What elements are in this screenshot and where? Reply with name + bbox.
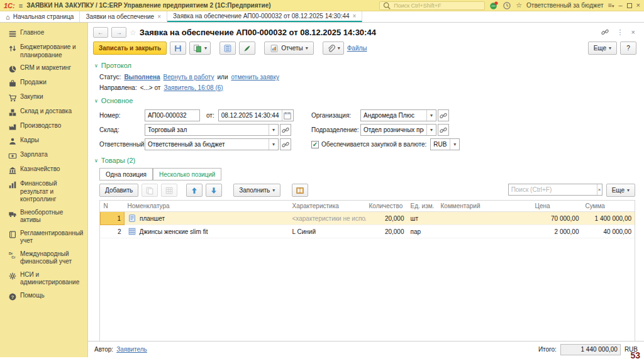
chevron-down-icon[interactable]: ▾ <box>426 110 436 121</box>
move-up-button[interactable] <box>186 184 203 197</box>
row-number[interactable]: 1 <box>101 212 125 225</box>
sidebar-item-treasury[interactable]: Казначейство <box>0 163 87 177</box>
section-protocol[interactable]: ∨Протокол <box>94 62 635 69</box>
item-price[interactable]: 2 000,00 <box>532 225 582 238</box>
col-characteristic[interactable]: Характеристика <box>289 201 366 212</box>
organization-field[interactable] <box>361 110 426 121</box>
section-main[interactable]: ∨Основное <box>94 97 635 104</box>
item-sum[interactable]: 1 400 000,00 <box>582 212 635 225</box>
open-link-icon[interactable] <box>438 109 449 121</box>
col-n[interactable]: N <box>101 201 125 212</box>
sidebar-item-budgeting[interactable]: Бюджетирование и планирование <box>0 41 87 62</box>
approval-route-button[interactable] <box>239 42 255 55</box>
status-value-link[interactable]: Выполнена <box>124 74 160 81</box>
sidebar-item-purchases[interactable]: Закупки <box>0 91 87 105</box>
restore-button[interactable] <box>627 3 632 8</box>
sidebar-item-finresult[interactable]: Финансовый результат и контроллинг <box>0 177 87 206</box>
attachments-button[interactable]: ▾ <box>323 42 344 55</box>
delete-row-button[interactable] <box>161 184 177 197</box>
favorite-star-icon[interactable]: ☆ <box>130 28 136 37</box>
sidebar-item-ifrs[interactable]: DrCrМеждународный финансовый учет <box>0 248 87 269</box>
help-button[interactable]: ? <box>620 42 636 55</box>
favorites-star-icon[interactable]: ☆ <box>516 2 522 9</box>
sidebar-item-help[interactable]: ?Помощь <box>0 289 87 304</box>
sidebar-item-admin[interactable]: НСИ и администрирование <box>0 269 87 289</box>
close-tab-icon[interactable]: × <box>157 13 161 20</box>
save-button[interactable] <box>170 42 186 55</box>
fill-button[interactable]: Заполнить▾ <box>233 184 280 197</box>
col-unit[interactable]: Ед. изм. <box>408 201 438 212</box>
open-link-icon[interactable] <box>280 124 291 136</box>
item-quantity[interactable]: 20,000 <box>366 212 408 225</box>
chevron-down-icon[interactable]: ▾ <box>426 125 436 135</box>
chevron-down-icon[interactable]: ▾ <box>269 125 278 135</box>
return-to-work-link[interactable]: Вернуть в работу <box>164 74 214 81</box>
item-price[interactable]: 70 000,00 <box>532 212 582 225</box>
tab-request-doc[interactable]: Заявка на обеспечение АП00-000032 от 08.… <box>167 11 362 22</box>
item-characteristic[interactable]: <характеристики не испол... <box>289 212 366 225</box>
col-sum[interactable]: Сумма <box>582 201 635 212</box>
sidebar-item-main[interactable]: Главное <box>0 26 87 41</box>
row-number[interactable]: 2 <box>101 225 125 238</box>
applicant-time-link[interactable]: Заявитель, 16:08 (6) <box>164 84 223 91</box>
discussions-icon[interactable] <box>489 1 498 10</box>
item-quantity[interactable]: 20,000 <box>366 225 408 238</box>
warehouse-field[interactable] <box>145 125 269 135</box>
col-quantity[interactable]: Количество <box>366 201 408 212</box>
create-based-on-button[interactable]: ▾ <box>189 42 211 55</box>
get-link-icon[interactable] <box>601 28 609 36</box>
currency-field[interactable] <box>431 139 450 150</box>
table-row[interactable]: 2 Джинсы женские slim fit L Синий 20,000… <box>101 225 635 238</box>
section-goods[interactable]: ∨Товары (2) <box>94 157 635 164</box>
responsible-field[interactable] <box>145 139 269 150</box>
current-user-label[interactable]: Ответственный за бюджет <box>526 2 603 9</box>
tab-requests-list[interactable]: Заявки на обеспечение × <box>80 11 167 22</box>
sidebar-item-sales[interactable]: Продажи <box>0 76 87 91</box>
open-link-icon[interactable] <box>438 124 449 136</box>
history-icon[interactable] <box>502 1 511 10</box>
close-window-button[interactable]: × <box>636 2 640 9</box>
tab-home[interactable]: ⌂ Начальная страница <box>0 11 80 22</box>
save-close-button[interactable]: Записать и закрыть <box>93 42 167 55</box>
table-search-input[interactable] <box>509 184 597 195</box>
sidebar-item-regulated[interactable]: Регламентированный учет <box>0 227 87 248</box>
cancel-request-link[interactable]: отменить заявку <box>231 74 279 81</box>
item-unit[interactable]: шт <box>408 212 438 225</box>
sidebar-item-hr[interactable]: Кадры <box>0 134 87 148</box>
sidebar-item-salary[interactable]: Зарплата <box>0 148 87 163</box>
sidebar-item-production[interactable]: Производство <box>0 119 87 134</box>
reports-button[interactable]: Отчеты▾ <box>264 42 314 55</box>
item-name[interactable]: Джинсы женские slim fit <box>140 228 208 235</box>
copy-row-button[interactable] <box>142 184 158 197</box>
item-comment[interactable] <box>438 212 532 225</box>
forward-button[interactable]: → <box>111 27 126 38</box>
item-unit[interactable]: пар <box>408 225 438 238</box>
department-field[interactable] <box>361 125 426 135</box>
chevron-down-icon[interactable]: ▾ <box>269 139 278 150</box>
item-sum[interactable]: 40 000,00 <box>582 225 635 238</box>
col-nomenclature[interactable]: Номенклатура <box>125 201 289 212</box>
back-button[interactable]: ← <box>93 27 108 38</box>
author-link[interactable]: Заявитель <box>116 346 147 353</box>
chevron-down-icon[interactable]: ▾ <box>450 139 459 150</box>
more-vertical-icon[interactable]: ⋮ <box>617 28 624 36</box>
toggle-one-position[interactable]: Одна позиция <box>99 168 153 181</box>
sidebar-item-warehouse[interactable]: Склад и доставка <box>0 105 87 119</box>
toggle-many-positions[interactable]: Несколько позиций <box>153 168 221 181</box>
item-name[interactable]: планшет <box>140 215 165 222</box>
close-doc-icon[interactable]: × <box>631 28 635 36</box>
main-menu-icon[interactable]: ≡ <box>19 2 23 9</box>
sidebar-item-crm[interactable]: CRM и маркетинг <box>0 62 87 76</box>
date-field[interactable] <box>219 110 282 121</box>
col-comment[interactable]: Комментарий <box>438 201 532 212</box>
table-more-button[interactable]: Еще▾ <box>606 184 635 197</box>
move-down-button[interactable] <box>206 184 222 197</box>
item-characteristic[interactable]: L Синий <box>289 225 366 238</box>
global-search-input[interactable] <box>379 1 485 10</box>
search-options-icon[interactable]: × <box>597 184 602 195</box>
add-row-button[interactable]: Добавить <box>99 184 138 197</box>
close-tab-icon[interactable]: × <box>353 13 357 19</box>
catalog-pick-button[interactable] <box>292 184 308 197</box>
table-row[interactable]: 1 планшет <характеристики не испол... 20… <box>101 212 635 225</box>
header-more-button[interactable]: Еще▾ <box>588 42 617 55</box>
